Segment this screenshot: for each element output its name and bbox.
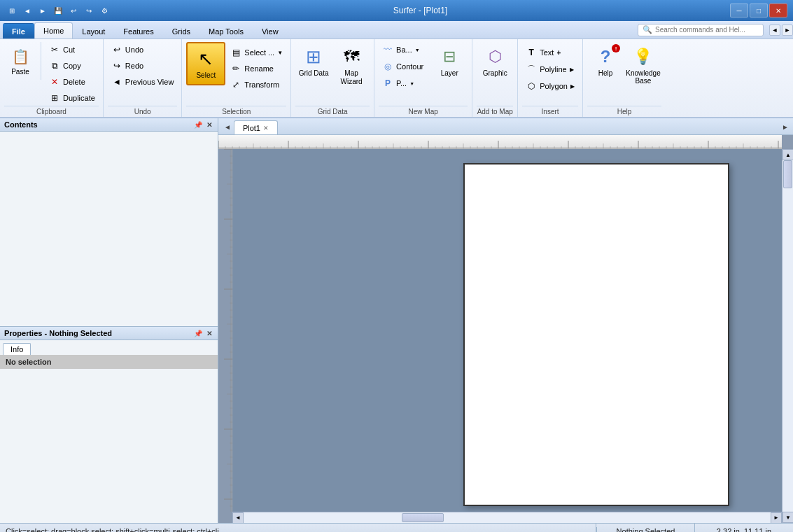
contents-panel: Contents 📌 ✕ (0, 118, 218, 327)
tab-features[interactable]: Features (114, 23, 162, 38)
minimize-button[interactable]: ─ (730, 4, 748, 18)
tab-file[interactable]: File (3, 23, 34, 38)
contour-label: Contour (396, 62, 423, 71)
p-arrow: ▼ (409, 81, 414, 86)
delete-label: Delete (63, 78, 85, 86)
ribbon-nav-left[interactable]: ◄ (769, 24, 780, 36)
plot1-tab-label: Plot1 (243, 124, 260, 132)
insert-small-btns: T Text + ⌒ Polyline ▶ ⬡ Polygon ▶ (522, 45, 578, 94)
title-bar-title: Surfer - [Plot1] (111, 6, 730, 15)
clipboard-content: 📋 Paste ✂ Cut ⧉ Copy ✕ Delete ⊞ (4, 42, 99, 106)
help-group-label: Help (587, 106, 661, 115)
undo-quick-btn[interactable]: ↩ (67, 4, 80, 17)
clipboard-group-label: Clipboard (4, 106, 99, 115)
v-scroll-thumb[interactable] (783, 160, 792, 188)
tab-layout[interactable]: Layout (73, 23, 114, 38)
ribbon-tabs: File Home Layout Features Grids Map Tool… (0, 21, 793, 39)
close-button[interactable]: ✕ (769, 4, 787, 18)
undo-button[interactable]: ↩ Undo (108, 42, 178, 57)
h-scroll-track[interactable] (244, 512, 771, 523)
h-scroll-right-btn[interactable]: ► (771, 512, 782, 524)
knowledge-base-button[interactable]: 💡 Knowledge Base (625, 42, 661, 88)
status-coords: 2.32 in, 11.11 in (695, 527, 793, 533)
rename-icon: ✏ (230, 63, 241, 74)
search-box[interactable]: 🔍 (638, 24, 764, 36)
maximize-button[interactable]: □ (750, 4, 768, 18)
text-button[interactable]: T Text + (522, 45, 578, 60)
select-label: Select (196, 71, 216, 80)
layer-button[interactable]: ⊟ Layer (431, 42, 468, 81)
search-input[interactable] (655, 26, 753, 34)
map-wizard-label: Map Wizard (335, 69, 367, 86)
duplicate-button[interactable]: ⊞ Duplicate (45, 90, 99, 106)
forward-btn[interactable]: ► (36, 4, 49, 17)
contour-button[interactable]: ◎ Contour (379, 59, 427, 74)
polygon-button[interactable]: ⬡ Polygon ▶ (522, 78, 578, 94)
tab-scroll-right[interactable]: ► (779, 122, 792, 132)
previous-view-button[interactable]: ◄ Previous View (108, 74, 178, 90)
canvas-with-ruler: // Ruler ticks drawn dynamically (218, 135, 782, 523)
ribbon-nav-right[interactable]: ► (782, 24, 793, 36)
properties-title: Properties - Nothing Selected (4, 329, 112, 337)
new-map-group-label: New Map (379, 106, 468, 115)
grid-data-button[interactable]: ⊞ Grid Data (295, 42, 332, 81)
select-more-button[interactable]: ▤ Select ... ▼ (227, 45, 286, 60)
v-scroll-down-btn[interactable]: ▼ (783, 512, 793, 523)
ba-button[interactable]: 〰 Ba... ▼ (379, 42, 427, 57)
map-wizard-button[interactable]: 🗺 Map Wizard (333, 42, 370, 90)
contents-title: Contents (4, 120, 38, 129)
tab-scroll-left[interactable]: ◄ (221, 122, 234, 132)
save-quick-btn[interactable]: 💾 (52, 4, 64, 17)
transform-icon: ⤢ (230, 79, 241, 90)
redo-quick-btn[interactable]: ↪ (83, 4, 95, 17)
polyline-more-icon: ▶ (570, 66, 574, 73)
grid-data-content: ⊞ Grid Data 🗺 Map Wizard (295, 42, 370, 106)
status-bar: Click=select; drag=block select; shift+c… (0, 523, 793, 532)
settings-quick-btn[interactable]: ⚙ (98, 4, 111, 17)
plot1-tab-close[interactable]: ✕ (263, 125, 269, 132)
rename-button[interactable]: ✏ Rename (227, 61, 286, 76)
left-panel: Contents 📌 ✕ Properties - Nothing Select… (0, 118, 218, 523)
polyline-label: Polyline (540, 65, 567, 74)
title-bar-left: ⊞ ◄ ► 💾 ↩ ↪ ⚙ (6, 4, 111, 17)
plot1-tab[interactable]: Plot1 ✕ (234, 120, 278, 134)
knowledge-base-icon: 💡 (632, 46, 654, 68)
tab-grids[interactable]: Grids (163, 23, 199, 38)
text-add-icon: + (556, 49, 561, 57)
help-badge: ! (612, 44, 620, 52)
select-button[interactable]: ↖ Select (186, 42, 225, 85)
transform-button[interactable]: ⤢ Transform (227, 77, 286, 92)
delete-button[interactable]: ✕ Delete (45, 74, 99, 90)
polygon-more-icon: ▶ (570, 83, 575, 90)
canvas-content[interactable] (232, 149, 782, 512)
copy-button[interactable]: ⧉ Copy (45, 58, 99, 74)
help-label: Help (598, 69, 613, 78)
contents-header: Contents 📌 ✕ (0, 118, 218, 132)
info-tab[interactable]: Info (3, 343, 31, 355)
properties-header: Properties - Nothing Selected 📌 ✕ (0, 327, 218, 340)
v-scroll-up-btn[interactable]: ▲ (783, 149, 793, 160)
properties-pin-button[interactable]: 📌 (192, 330, 204, 337)
tab-map-tools[interactable]: Map Tools (199, 23, 253, 38)
h-scroll-thumb[interactable] (402, 513, 444, 522)
v-scroll-track[interactable] (783, 160, 793, 512)
h-scroll-left-btn[interactable]: ◄ (232, 512, 244, 524)
redo-button[interactable]: ↪ Redo (108, 58, 178, 74)
tab-view[interactable]: View (253, 23, 288, 38)
plot-page (463, 163, 729, 506)
tab-home[interactable]: Home (34, 22, 73, 38)
graphic-button[interactable]: ⬡ Graphic (477, 42, 513, 81)
p-button[interactable]: P P... ▼ (379, 76, 427, 91)
back-btn[interactable]: ◄ (21, 4, 34, 17)
properties-close-button[interactable]: ✕ (205, 330, 213, 337)
contents-close-button[interactable]: ✕ (205, 121, 213, 129)
help-button[interactable]: ? Help ! (587, 42, 624, 81)
tab-bar: ◄ Plot1 ✕ ► (218, 118, 793, 135)
cut-button[interactable]: ✂ Cut (45, 42, 99, 57)
polyline-button[interactable]: ⌒ Polyline ▶ (522, 62, 578, 77)
paste-button[interactable]: 📋 Paste (4, 42, 36, 80)
contents-pin-button[interactable]: 📌 (192, 121, 204, 129)
ribbon-group-grid-data: ⊞ Grid Data 🗺 Map Wizard Grid Data (291, 39, 374, 117)
help-content: ? Help ! 💡 Knowledge Base (587, 42, 661, 106)
canvas-viewport[interactable]: // Ruler ticks drawn dynamically (218, 135, 793, 523)
